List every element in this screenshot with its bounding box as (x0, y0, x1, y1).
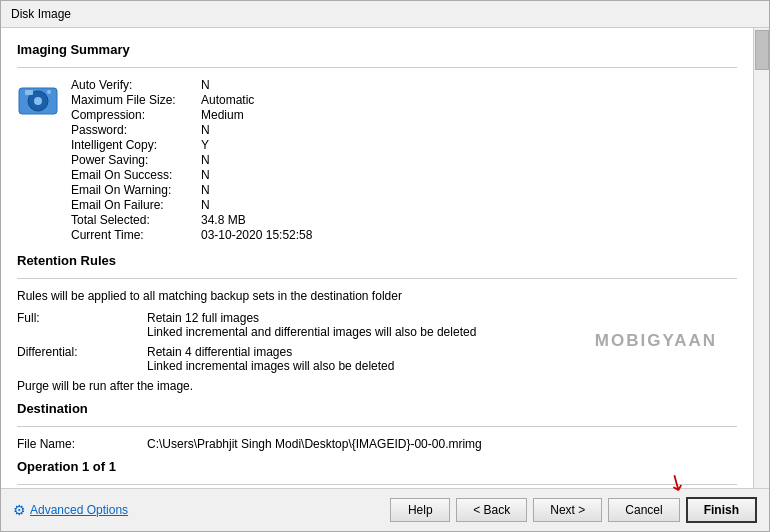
value-auto-verify: N (201, 78, 210, 92)
next-button[interactable]: Next > (533, 498, 602, 522)
imaging-summary-block: Auto Verify: N Maximum File Size: Automa… (17, 78, 737, 243)
retention-rules-header: Retention Rules (17, 253, 737, 268)
label-auto-verify: Auto Verify: (71, 78, 201, 92)
dest-file-name-label: File Name: (17, 437, 147, 451)
label-max-file-size: Maximum File Size: (71, 93, 201, 107)
destination-header: Destination (17, 401, 88, 416)
retention-differential-line2: Linked incremental images will also be d… (147, 359, 737, 373)
window-title: Disk Image (11, 7, 71, 21)
finish-button[interactable]: Finish (686, 497, 757, 523)
svg-rect-3 (25, 90, 33, 95)
summary-row-total-selected: Total Selected: 34.8 MB (71, 213, 737, 227)
footer-left: ⚙ Advanced Options (13, 502, 128, 518)
label-current-time: Current Time: (71, 228, 201, 242)
help-button[interactable]: Help (390, 498, 450, 522)
value-current-time: 03-10-2020 15:52:58 (201, 228, 312, 242)
content-area: Imaging Summary Auto Verify: N (1, 28, 769, 488)
label-email-warning: Email On Warning: (71, 183, 201, 197)
summary-row-compression: Compression: Medium (71, 108, 737, 122)
value-max-file-size: Automatic (201, 93, 254, 107)
mobigyaan-logo: MOBIGYAAN (595, 331, 717, 351)
retention-differential-label: Differential: (17, 345, 147, 373)
footer: ⚙ Advanced Options Help < Back Next > Ca… (1, 488, 769, 531)
divider-2 (17, 278, 737, 279)
back-button[interactable]: < Back (456, 498, 527, 522)
dest-file-name-row: File Name: C:\Users\Prabhjit Singh Modi\… (17, 437, 737, 451)
main-window: Disk Image Imaging Summary (0, 0, 770, 532)
summary-row-email-success: Email On Success: N (71, 168, 737, 182)
summary-row-email-failure: Email On Failure: N (71, 198, 737, 212)
summary-table: Auto Verify: N Maximum File Size: Automa… (71, 78, 737, 243)
cancel-button[interactable]: Cancel (608, 498, 679, 522)
label-email-failure: Email On Failure: (71, 198, 201, 212)
advanced-options-link[interactable]: Advanced Options (30, 503, 128, 517)
divider-1 (17, 67, 737, 68)
value-password: N (201, 123, 210, 137)
label-password: Password: (71, 123, 201, 137)
svg-point-4 (47, 90, 51, 94)
operation-header: Operation 1 of 1 (17, 459, 737, 474)
settings-icon: ⚙ (13, 502, 26, 518)
summary-row-auto-verify: Auto Verify: N (71, 78, 737, 92)
value-email-warning: N (201, 183, 210, 197)
summary-row-power-saving: Power Saving: N (71, 153, 737, 167)
label-total-selected: Total Selected: (71, 213, 201, 227)
title-bar: Disk Image (1, 1, 769, 28)
scrollbar[interactable] (753, 28, 769, 488)
operation-block: Operation 1 of 1 Hard Disk: 1 Drive Lett… (17, 459, 737, 488)
main-panel: Imaging Summary Auto Verify: N (1, 28, 753, 488)
summary-row-max-file-size: Maximum File Size: Automatic (71, 93, 737, 107)
value-total-selected: 34.8 MB (201, 213, 246, 227)
divider-4 (17, 484, 737, 485)
label-intelligent-copy: Intelligent Copy: (71, 138, 201, 152)
label-compression: Compression: (71, 108, 201, 122)
dest-file-name-value: C:\Users\Prabhjit Singh Modi\Desktop\{IM… (147, 437, 482, 451)
value-email-success: N (201, 168, 210, 182)
scrollbar-thumb[interactable] (755, 30, 769, 70)
label-email-success: Email On Success: (71, 168, 201, 182)
retention-full-label: Full: (17, 311, 147, 339)
destination-block: Destination File Name: C:\Users\Prabhjit… (17, 401, 737, 451)
retention-full-line1: Retain 12 full images (147, 311, 737, 325)
summary-row-password: Password: N (71, 123, 737, 137)
retention-rules-block: Rules will be applied to all matching ba… (17, 289, 737, 393)
label-power-saving: Power Saving: (71, 153, 201, 167)
summary-row-email-warning: Email On Warning: N (71, 183, 737, 197)
value-email-failure: N (201, 198, 210, 212)
value-compression: Medium (201, 108, 244, 122)
divider-3 (17, 426, 737, 427)
summary-row-intelligent-copy: Intelligent Copy: Y (71, 138, 737, 152)
footer-buttons: Help < Back Next > Cancel ↘ Finish (390, 497, 757, 523)
arrow-indicator: ↘ Finish (686, 497, 757, 523)
summary-row-current-time: Current Time: 03-10-2020 15:52:58 (71, 228, 737, 242)
disk-icon (17, 80, 59, 122)
purge-text: Purge will be run after the image. (17, 379, 737, 393)
imaging-summary-header: Imaging Summary (17, 42, 737, 57)
value-intelligent-copy: Y (201, 138, 209, 152)
retention-description: Rules will be applied to all matching ba… (17, 289, 737, 303)
svg-point-2 (34, 97, 42, 105)
value-power-saving: N (201, 153, 210, 167)
